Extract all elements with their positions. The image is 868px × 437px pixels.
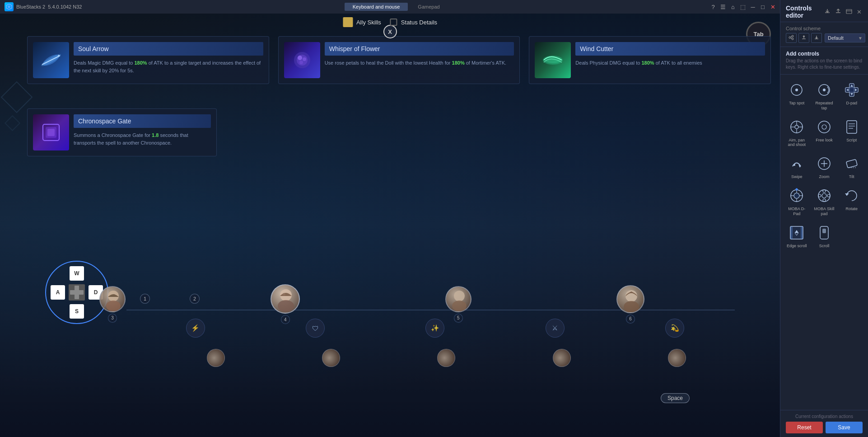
svg-point-27 — [789, 37, 791, 38]
aim-pan-shoot-label: Aim, pan and shoot — [786, 138, 808, 148]
skill-cards-row1: Soul Arrow Deals Magic DMG equal to 180%… — [27, 36, 771, 84]
svg-point-70 — [818, 190, 830, 202]
panel-share-btn[interactable] — [845, 7, 853, 17]
swipe-label: Swipe — [791, 174, 803, 179]
scheme-download-btn[interactable] — [811, 33, 822, 43]
char-slot-3: 3 — [99, 286, 126, 323]
panel-import-btn[interactable] — [823, 7, 831, 17]
svg-point-22 — [452, 301, 467, 311]
skill-slot-1[interactable]: ⚡ — [186, 319, 205, 338]
w-key[interactable]: W — [70, 266, 84, 281]
control-tilt[interactable]: Tilt — [839, 152, 864, 182]
char-slot-6: 6 — [616, 285, 644, 324]
menu-button[interactable]: ☰ — [719, 3, 727, 10]
space-key[interactable]: Space — [661, 393, 690, 403]
title-bar-left: BlueStacks 2 5.4.0.1042 N32 — [0, 2, 86, 11]
whisper-name-bar: Whisper of Flower — [325, 42, 514, 56]
whisper-info: Whisper of Flower Use rose petals to hea… — [325, 42, 514, 78]
panel-close-btn[interactable]: ✕ — [856, 7, 863, 17]
tap-spot-icon — [788, 81, 806, 99]
control-zoom[interactable]: Zoom — [812, 152, 837, 182]
svg-point-10 — [299, 61, 303, 64]
rotate-label: Rotate — [845, 207, 858, 211]
scheme-share-btn[interactable] — [786, 33, 797, 43]
title-bar: BlueStacks 2 5.4.0.1042 N32 Keyboard and… — [0, 0, 780, 14]
moba-skill-label: MOBA Skill pad — [813, 207, 835, 216]
save-button[interactable]: Save — [826, 422, 863, 433]
svg-line-29 — [791, 37, 792, 37]
control-repeated-tap[interactable]: Repeated tap — [812, 78, 837, 113]
home-button[interactable]: ⌂ — [729, 3, 737, 10]
control-moba-skill[interactable]: MOBA Skill pad — [812, 184, 837, 219]
char-avatar-6 — [616, 285, 644, 313]
skill-slot-5[interactable]: 💫 — [665, 319, 684, 338]
whisper-name: Whisper of Flower — [329, 45, 380, 52]
scheme-label: Control scheme — [786, 26, 863, 31]
skill-slot-2[interactable]: 🛡 — [306, 319, 325, 338]
char-slot-5: 5 — [445, 286, 471, 323]
char-avatar-3 — [99, 286, 126, 312]
svg-point-50 — [818, 121, 830, 133]
char-bottom-row: 3 4 5 — [0, 284, 744, 324]
panel-header-icons: ✕ — [823, 7, 863, 17]
reset-button[interactable]: Reset — [786, 422, 823, 433]
moba-dpad-label: MOBA D-Pad — [786, 207, 808, 216]
screenshot-button[interactable]: ⬚ — [739, 3, 747, 10]
minimize-button[interactable]: ─ — [749, 3, 756, 10]
wind-cutter-name: Wind Cutter — [580, 45, 613, 52]
edge-scroll-label: Edge scroll — [787, 244, 807, 249]
chronospace-name: Chronospace Gate — [78, 117, 131, 125]
skill-slot-4[interactable]: ⚔ — [546, 319, 565, 338]
svg-point-19 — [278, 300, 294, 312]
svg-point-26 — [792, 35, 793, 37]
tab-gamepad[interactable]: Gamepad — [410, 3, 448, 11]
control-tap-spot[interactable]: Tap spot — [784, 78, 810, 113]
wind-cutter-info: Wind Cutter Deals Physical DMG equal to … — [575, 42, 765, 78]
action-buttons: Reset Save — [786, 422, 863, 433]
chronospace-desc: Summons a Chronospace Gate for 1.8 secon… — [74, 132, 211, 146]
help-button[interactable]: ? — [709, 3, 717, 10]
control-free-look[interactable]: Free look — [812, 115, 837, 150]
control-moba-dpad[interactable]: MOBA D-Pad — [784, 184, 810, 219]
close-button[interactable]: ✕ — [769, 3, 776, 10]
soul-arrow-name: Soul Arrow — [78, 45, 109, 52]
app-version: 5.4.0.1042 N32 — [48, 4, 82, 9]
current-config-label: Current configuration actions — [786, 414, 863, 419]
scheme-icon-buttons — [786, 33, 822, 43]
repeated-tap-label: Repeated tap — [813, 101, 835, 111]
scheme-select[interactable]: Default — [825, 33, 865, 42]
skill-card-whisper: Whisper of Flower Use rose petals to hea… — [278, 36, 520, 84]
zoom-label: Zoom — [819, 174, 829, 179]
control-edge-scroll[interactable]: Edge scroll — [784, 221, 810, 251]
tab-keyboard-mouse[interactable]: Keyboard and mouse — [345, 3, 408, 11]
num-slot-2: 2 — [190, 294, 200, 304]
ally-skills-label: Ally Skills — [356, 19, 381, 26]
status-checkbox[interactable] — [390, 19, 397, 26]
svg-point-71 — [822, 193, 826, 198]
control-aim-pan-shoot[interactable]: Aim, pan and shoot — [784, 115, 810, 150]
moba-skill-icon — [815, 187, 833, 205]
whisper-desc: Use rose petals to heal the Doll with th… — [325, 59, 514, 67]
scheme-upload-btn[interactable] — [798, 33, 809, 43]
control-swipe[interactable]: Swipe — [784, 152, 810, 182]
control-rotate[interactable]: Rotate — [839, 184, 864, 219]
control-scroll[interactable]: Scroll — [812, 221, 837, 251]
repeated-tap-icon — [815, 81, 833, 99]
svg-rect-79 — [801, 226, 803, 239]
skill-slot-3[interactable]: ✨ — [425, 319, 444, 338]
soul-arrow-name-bar: Soul Arrow — [74, 42, 263, 56]
panel-export-btn[interactable] — [834, 7, 842, 17]
skill-card-chronospace: Chronospace Gate Summons a Chronospace G… — [27, 108, 217, 156]
scheme-select-wrapper: Default ▼ — [825, 33, 863, 42]
restore-button[interactable]: □ — [759, 3, 766, 10]
soul-arrow-info: Soul Arrow Deals Magic DMG equal to 180%… — [74, 42, 263, 78]
dpad-icon — [843, 81, 861, 99]
title-bar-right: ? ☰ ⌂ ⬚ ─ □ ✕ — [706, 3, 780, 10]
script-label: Script — [846, 138, 857, 143]
svg-point-8 — [298, 56, 302, 60]
svg-rect-83 — [822, 229, 826, 233]
script-icon — [843, 118, 861, 136]
control-dpad[interactable]: D-pad — [839, 78, 864, 113]
control-script[interactable]: Script — [839, 115, 864, 150]
dpad-label: D-pad — [846, 101, 857, 106]
